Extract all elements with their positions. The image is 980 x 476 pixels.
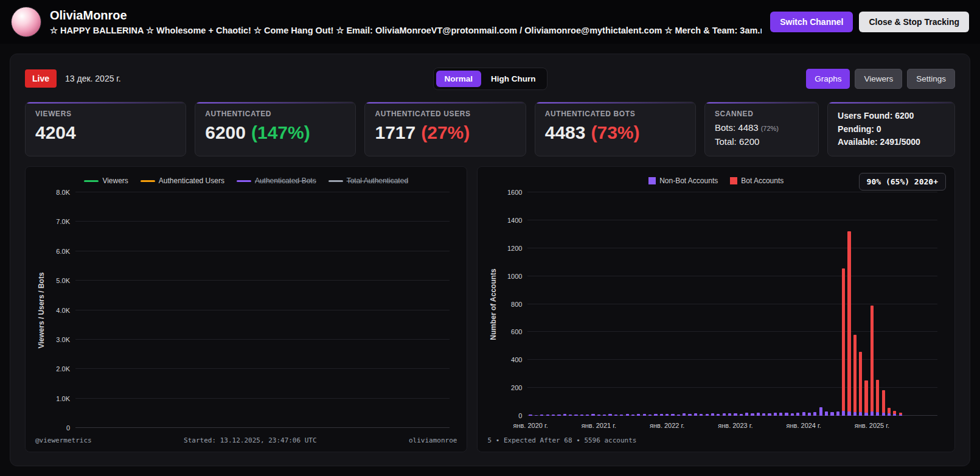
graphs-button[interactable]: Graphs bbox=[806, 69, 850, 89]
legend-item-authenticated-users[interactable]: Authenticated Users bbox=[141, 177, 224, 185]
viewers-series-label: Viewers bbox=[102, 177, 128, 185]
non-bot-bar bbox=[762, 413, 765, 416]
non-bot-bar bbox=[677, 415, 680, 416]
accounts-chart-y-axis-title: Number of Accounts bbox=[489, 268, 498, 340]
authenticated-bots-card: AUTHENTICATED BOTS 4483(73%) bbox=[535, 102, 696, 156]
gridline bbox=[75, 398, 450, 399]
legend-item-total-authenticated[interactable]: Total Authenticated bbox=[328, 177, 408, 185]
started-timestamp-label: Started: 13.12.2025, 23:47:06 UTC bbox=[184, 436, 317, 444]
gridline bbox=[527, 359, 937, 360]
gridline bbox=[527, 276, 937, 276]
y-tick-label: 1400 bbox=[507, 217, 522, 224]
non-bot-bar bbox=[671, 414, 674, 416]
non-bot-bar bbox=[717, 414, 720, 416]
non-bot-bar bbox=[529, 415, 532, 416]
viewer-chart-legend: Viewers Authenticated Users Authenticate… bbox=[34, 173, 458, 192]
non-bot-bar bbox=[774, 413, 777, 416]
non-bot-bar bbox=[847, 411, 850, 416]
non-bot-bar bbox=[569, 415, 572, 416]
authenticated-users-series-swatch bbox=[141, 180, 155, 182]
non-bot-bar bbox=[751, 413, 754, 416]
authenticated-bots-series-label: Authenticated Bots bbox=[255, 177, 316, 185]
account-age-chart-panel: 90% (65%) 2020+ Non-Bot Accounts Bot Acc… bbox=[477, 166, 955, 452]
non-bot-bar bbox=[853, 412, 857, 416]
y-tick-label: 6.0K bbox=[56, 248, 70, 255]
authenticated-users-card: AUTHENTICATED USERS 1717(27%) bbox=[364, 102, 526, 156]
mode-high-churn-tab[interactable]: High Churn bbox=[482, 71, 544, 87]
users-found-line: Users Found: 6200 bbox=[838, 110, 945, 123]
authenticated-bots-series-swatch bbox=[237, 180, 251, 182]
y-tick-label: 8.0K bbox=[56, 189, 70, 196]
non-bot-bar bbox=[819, 407, 822, 416]
non-bot-bar bbox=[591, 414, 594, 416]
stats-row: VIEWERS 4204 AUTHENTICATED 6200(147%) AU… bbox=[25, 102, 955, 156]
scanned-total-line: Total: 6200 bbox=[715, 135, 808, 149]
non-bot-bar bbox=[888, 413, 891, 416]
non-bot-bar bbox=[864, 413, 867, 416]
bot-bar bbox=[864, 380, 867, 413]
accounts-chart-plot: Number of Accounts 020040060080010001200… bbox=[527, 192, 937, 416]
bot-bar bbox=[893, 411, 896, 414]
dashboard-toolbar: Live 13 дек. 2025 г. Normal High Churn G… bbox=[25, 68, 955, 89]
non-bot-series-label: Non-Bot Accounts bbox=[659, 177, 718, 185]
gridline bbox=[527, 220, 937, 220]
tracking-date-label: 13 дек. 2025 г. bbox=[65, 74, 121, 83]
non-bot-bar bbox=[631, 415, 634, 416]
authenticated-count: 6200 bbox=[205, 122, 246, 142]
gridline bbox=[527, 248, 937, 248]
channel-handle-label: oliviamonroe bbox=[409, 436, 457, 444]
gridline bbox=[75, 192, 450, 192]
y-tick-label: 0 bbox=[66, 424, 70, 432]
viewers-button[interactable]: Viewers bbox=[855, 69, 902, 89]
y-tick-label: 4.0K bbox=[56, 307, 70, 314]
non-bot-bar bbox=[785, 413, 788, 416]
non-bot-bar bbox=[830, 412, 833, 416]
non-bot-bar bbox=[563, 414, 566, 416]
y-tick-label: 1.0K bbox=[56, 395, 70, 402]
pending-line: Pending: 0 bbox=[838, 123, 945, 136]
scanned-card: SCANNED Bots: 4483(72%) Total: 6200 bbox=[704, 102, 819, 156]
settings-button[interactable]: Settings bbox=[907, 69, 955, 89]
bot-bar bbox=[859, 352, 862, 412]
bot-series-label: Bot Accounts bbox=[741, 177, 784, 185]
y-tick-label: 3.0K bbox=[56, 336, 70, 343]
switch-channel-button[interactable]: Switch Channel bbox=[770, 12, 853, 32]
legend-item-non-bot-accounts[interactable]: Non-Bot Accounts bbox=[648, 177, 718, 185]
legend-item-bot-accounts[interactable]: Bot Accounts bbox=[730, 177, 784, 185]
non-bot-bar bbox=[535, 415, 538, 416]
gridline bbox=[527, 304, 937, 304]
non-bot-bar bbox=[665, 414, 669, 416]
non-bot-bar bbox=[546, 415, 549, 416]
channel-avatar bbox=[11, 7, 41, 37]
x-tick-label: янв. 2020 г. bbox=[513, 422, 547, 429]
charts-row: Viewers Authenticated Users Authenticate… bbox=[25, 166, 955, 452]
gridline bbox=[75, 251, 450, 251]
gridline bbox=[75, 221, 450, 222]
summary-card: Users Found: 6200 Pending: 0 Available: … bbox=[827, 102, 955, 156]
authenticated-users-count: 1717 bbox=[375, 122, 415, 142]
legend-item-viewers[interactable]: Viewers bbox=[84, 177, 128, 185]
dashboard-panel: Live 13 дек. 2025 г. Normal High Churn G… bbox=[10, 54, 970, 466]
mode-normal-tab[interactable]: Normal bbox=[436, 71, 481, 87]
gridline bbox=[75, 310, 450, 310]
bot-bar bbox=[842, 268, 845, 411]
non-bot-bar bbox=[808, 413, 811, 416]
bot-bar bbox=[876, 380, 879, 412]
bot-bar bbox=[882, 390, 885, 413]
scanned-bots-percent: (72%) bbox=[761, 125, 779, 132]
authenticated-card-label: AUTHENTICATED bbox=[205, 110, 346, 118]
y-tick-label: 7.0K bbox=[56, 218, 70, 225]
accounts-chart-footer: 5 • Expected After 68 • 5596 accounts bbox=[486, 432, 946, 448]
non-bot-bar bbox=[660, 414, 663, 416]
authenticated-bots-percent: (73%) bbox=[591, 122, 639, 142]
non-bot-bar bbox=[899, 415, 902, 416]
non-bot-bar bbox=[683, 413, 686, 416]
viewers-card-value: 4204 bbox=[35, 124, 176, 142]
close-stop-tracking-button[interactable]: Close & Stop Tracking bbox=[859, 12, 969, 32]
x-tick-label: янв. 2022 г. bbox=[650, 422, 684, 429]
viewer-chart-y-axis-title: Viewers / Users / Bots bbox=[37, 272, 46, 348]
authenticated-bots-count: 4483 bbox=[545, 122, 586, 142]
legend-item-authenticated-bots[interactable]: Authenticated Bots bbox=[237, 177, 316, 185]
non-bot-bar bbox=[580, 415, 583, 416]
y-tick-label: 1600 bbox=[507, 189, 522, 196]
